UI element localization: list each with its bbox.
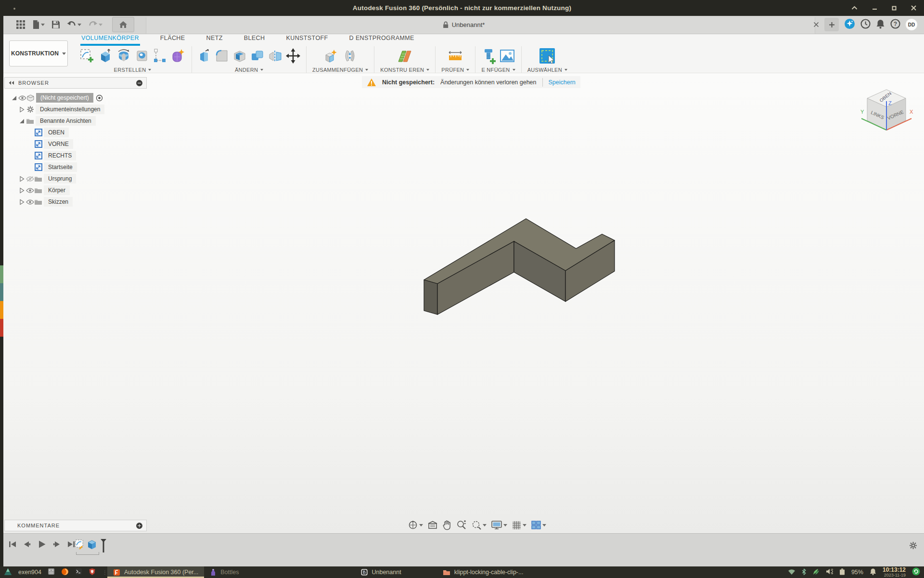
group-label-konstruieren[interactable]: KONSTRU EREN	[380, 66, 429, 73]
measure-icon[interactable]	[447, 49, 463, 63]
quick-access-toolbar	[16, 16, 134, 33]
system-tray: 95% 10:13:12 2023-11-19	[788, 567, 924, 578]
group-label-aendern[interactable]: ÄNDERN	[235, 66, 263, 73]
minimize-button[interactable]	[872, 6, 877, 10]
tab-dienstprogramme[interactable]: D ENSTPROGRAMME	[348, 35, 415, 46]
step-forward-button[interactable]	[52, 540, 61, 551]
fit-view-tool[interactable]	[471, 520, 487, 530]
taskbar-clock[interactable]: 10:13:12 2023-11-19	[883, 567, 906, 578]
split-body-icon[interactable]	[268, 49, 282, 63]
group-label-erstellen[interactable]: ERSTELLEN	[114, 66, 152, 73]
taskbar-left: exen904 ⋮	[0, 568, 107, 577]
app-grid-button[interactable]	[16, 20, 26, 29]
pattern-icon[interactable]	[153, 48, 167, 64]
group-label-einfuegen[interactable]: E NFÜGEN	[481, 66, 515, 73]
fillet-icon[interactable]	[215, 49, 229, 63]
maximize-button[interactable]	[892, 6, 897, 11]
move-copy-icon[interactable]	[286, 48, 300, 64]
help-icon[interactable]: ?	[890, 19, 900, 31]
task-klippt-folder[interactable]: klippt-locking-cable-clip-...	[437, 566, 529, 578]
tray-bell-icon[interactable]	[870, 568, 876, 577]
canvas-image-icon[interactable]	[500, 49, 515, 63]
task-bottles[interactable]: Bottles	[204, 566, 244, 578]
comments-expand-button[interactable]	[136, 523, 142, 529]
new-document-button[interactable]	[824, 18, 839, 31]
press-pull-icon[interactable]	[198, 48, 211, 64]
group-label-zusammenfuegen[interactable]: ZUSAMMENFÜGEN	[312, 66, 368, 73]
tab-netz[interactable]: NETZ	[205, 35, 224, 46]
group-label-pruefen[interactable]: PRÜFEN	[441, 66, 469, 73]
timeline-sketch-feature[interactable]	[75, 539, 84, 552]
shell-icon[interactable]	[232, 49, 247, 63]
display-settings[interactable]	[491, 520, 507, 530]
redo-caret	[99, 24, 103, 26]
tab-blech[interactable]: BLECH	[243, 35, 266, 46]
close-button[interactable]	[911, 5, 916, 11]
comments-panel: KOMMENTARE	[4, 520, 147, 531]
extrude-icon[interactable]	[98, 48, 113, 64]
brave-icon[interactable]	[89, 568, 96, 577]
battery-icon[interactable]	[839, 568, 845, 577]
bluetooth-icon[interactable]	[802, 568, 806, 577]
construction-plane-icon[interactable]	[397, 48, 413, 64]
select-tool-icon[interactable]	[538, 47, 556, 65]
taskbar: exen904 ⋮ Autodesk Fusion 360 (Per... Bo…	[0, 566, 924, 578]
viewports-layout[interactable]	[531, 520, 546, 530]
wifi-icon[interactable]	[788, 569, 796, 576]
volume-icon[interactable]	[826, 568, 833, 576]
timeline-playback-controls	[8, 539, 76, 551]
terminal-icon[interactable]	[75, 568, 82, 577]
feather-applet-icon[interactable]	[812, 568, 820, 577]
file-manager-icon[interactable]	[48, 568, 55, 577]
file-menu-button[interactable]	[32, 20, 45, 29]
skip-to-start-button[interactable]	[8, 540, 17, 551]
dock-indicator-teal	[0, 283, 3, 301]
joint-icon[interactable]	[342, 49, 358, 63]
workspace-selector[interactable]: KONSTRUKTION	[9, 40, 68, 66]
firefox-icon[interactable]	[61, 568, 69, 577]
user-avatar[interactable]: DD	[906, 19, 917, 30]
notifications-bell-icon[interactable]	[876, 19, 885, 31]
tab-flaeche[interactable]: FLÄCHE	[159, 35, 186, 46]
tab-kunststoff[interactable]: KUNSTSTOFF	[285, 35, 329, 46]
extensions-icon[interactable]	[844, 18, 855, 31]
grid-settings[interactable]	[512, 520, 526, 530]
redo-button[interactable]	[88, 21, 103, 28]
dock-indicator-red	[0, 319, 3, 337]
launcher-label[interactable]: exen904	[18, 569, 41, 576]
create-sketch-icon[interactable]	[79, 48, 95, 64]
pan-tool[interactable]	[442, 520, 452, 530]
new-component-icon[interactable]	[323, 48, 339, 64]
model-left-cap-face[interactable]	[424, 280, 437, 315]
close-document-icon[interactable]	[813, 22, 819, 27]
update-sync-icon[interactable]	[912, 567, 920, 577]
task-unbenannt[interactable]: Unbenannt	[355, 566, 407, 578]
tab-volumenkoerper[interactable]: VOLUMENKÖRPER	[80, 35, 140, 46]
home-view-button[interactable]	[112, 17, 134, 32]
hole-icon[interactable]	[135, 49, 149, 63]
revolve-icon[interactable]	[116, 49, 131, 63]
zoom-tool[interactable]	[456, 520, 467, 530]
model-body[interactable]	[3, 73, 924, 533]
step-back-button[interactable]	[23, 540, 31, 551]
app-menu-logo[interactable]	[4, 568, 12, 577]
form-icon[interactable]	[170, 48, 186, 64]
save-button[interactable]	[51, 20, 60, 29]
dock-edge-strip[interactable]	[0, 16, 3, 566]
document-tab[interactable]: Unbenannt*	[443, 16, 485, 33]
timeline-extrude-feature[interactable]	[87, 539, 97, 552]
viewport[interactable]: Nicht gespeichert: Änderungen können ver…	[3, 73, 924, 533]
look-at-tool[interactable]	[427, 521, 438, 529]
group-label-auswaehlen[interactable]: AUSWÄHLEN	[527, 66, 567, 73]
undo-button[interactable]	[67, 21, 81, 28]
job-status-icon[interactable]	[860, 19, 871, 31]
insert-fastener-icon[interactable]	[482, 48, 496, 64]
play-button[interactable]	[37, 539, 47, 551]
shade-button[interactable]	[851, 6, 858, 10]
dock-indicator-orange	[0, 301, 3, 319]
combine-icon[interactable]	[250, 49, 265, 63]
timeline-playhead-marker[interactable]	[100, 539, 107, 555]
task-fusion360[interactable]: Autodesk Fusion 360 (Per...	[107, 566, 204, 578]
orbit-tool[interactable]	[408, 520, 423, 530]
timeline-settings-gear-icon[interactable]	[909, 541, 917, 552]
